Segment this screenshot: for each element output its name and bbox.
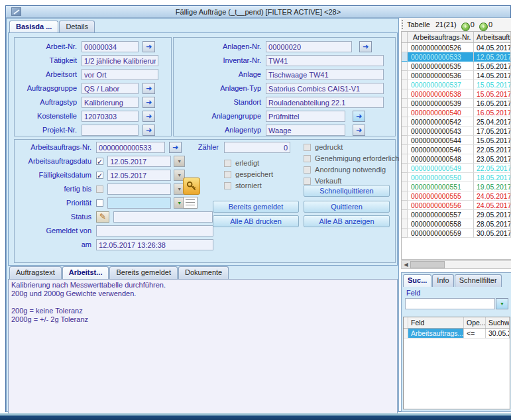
filter-col-feld[interactable]: Feld [408,317,464,328]
arbeitsort-field[interactable] [82,69,158,80]
arbeit-nr-lookup-button[interactable]: ➜ [142,41,155,52]
prioritaet-checkbox[interactable] [96,199,103,207]
auftragsgruppe-field[interactable] [82,83,139,94]
gemeldet-von-field[interactable] [96,225,213,236]
order-row[interactable]: 000000000054317.05.2017 [402,127,511,136]
status-field[interactable] [113,211,213,223]
order-row[interactable]: 000000000055624.05.2017 [402,201,511,210]
auftragstyp-lookup-button[interactable]: ➜ [142,97,155,108]
order-row[interactable]: 000000000054823.05.2017 [402,154,511,164]
anlagentyp-field[interactable] [266,125,345,136]
am-field[interactable] [96,239,213,250]
filter-col-operator[interactable]: Ope... [464,317,486,328]
order-row[interactable]: 000000000055119.05.2017 [402,182,511,191]
verkauft-checkbox[interactable] [304,178,311,185]
fertig-bis-checkbox[interactable] [96,185,103,193]
tab-dokumente[interactable]: Dokumente [178,266,229,279]
row-selector[interactable] [402,219,408,229]
order-row[interactable]: 000000000052604.05.2017 [402,43,511,52]
kostenstelle-field[interactable] [82,111,139,122]
anlagen-nr-lookup-button[interactable]: ➜ [359,41,372,52]
window-titlebar[interactable]: Fällige Aufträge (_t__pend) [FILTER ACTI… [6,6,510,18]
tab-basisdaten[interactable]: Basisda ... [9,21,58,33]
filter-add-icon[interactable]: + [461,23,470,31]
order-row[interactable]: 000000000055524.05.2017 [402,191,511,201]
order-row[interactable]: 000000000053614.05.2017 [402,71,511,80]
zaehler-field[interactable] [224,142,290,153]
key-icon[interactable] [183,178,200,195]
arbeitsauftrags-nr-field[interactable] [96,142,165,153]
standort-field[interactable] [266,97,384,108]
alle-ab-drucken-button[interactable]: Alle AB drucken [213,215,299,227]
row-selector[interactable] [402,71,408,80]
anlagengruppe-field[interactable] [266,111,345,122]
order-row[interactable]: 000000000053515.05.2017 [402,62,511,71]
arbeitstext-content[interactable]: Kalibrierung nach Messwerttabelle durchf… [8,279,398,420]
anlagen-typ-field[interactable] [266,83,384,94]
fertig-bis-field[interactable] [107,184,171,195]
tab-auftragstext[interactable]: Auftragstext [9,266,62,279]
order-row[interactable]: 000000000054225.04.2017 [402,117,511,127]
anlagen-nr-field[interactable] [266,41,352,52]
toolbar-grip[interactable] [402,20,404,29]
order-row[interactable]: 000000000055828.05.2017 [402,219,511,229]
filter-row[interactable]: Arbeitsauftrags... <= 30.05.2017 [404,329,510,339]
row-selector[interactable] [402,108,408,117]
order-row[interactable]: 000000000055729.05.2017 [402,210,511,219]
anlagengruppe-lookup-button[interactable]: ➜ [353,111,365,122]
anlagentyp-lookup-button[interactable]: ➜ [353,125,365,136]
order-row[interactable]: 000000000053715.05.2017 [402,80,511,89]
tab-details[interactable]: Details [59,21,95,33]
row-selector[interactable] [402,89,408,99]
row-selector[interactable] [402,173,408,182]
order-row[interactable]: 000000000055930.05.2017 [402,229,511,238]
row-selector[interactable] [402,164,408,173]
notes-icon[interactable] [183,197,198,209]
row-selector[interactable] [402,154,408,164]
table-hscrollbar[interactable]: ◀ [401,260,511,269]
arbeit-nr-field[interactable] [82,41,139,52]
prioritaet-field[interactable] [107,197,171,209]
row-selector[interactable] [402,182,408,191]
row-selector[interactable] [402,43,408,52]
row-selector[interactable] [402,191,408,201]
projekt-nr-field[interactable] [82,125,139,136]
arbeitsauftrags-nr-lookup-button[interactable]: ➜ [169,142,182,153]
tab-arbeitstext[interactable]: Arbeitst... [62,266,109,279]
order-row[interactable]: 000000000054922.05.2017 [402,164,511,173]
filter-col-suchwert[interactable]: Suchw [486,317,510,328]
kostenstelle-lookup-button[interactable]: ➜ [142,111,155,122]
arbeitsauftragsdatum-checkbox[interactable] [96,158,103,165]
taetigkeit-field[interactable] [82,55,158,66]
order-row[interactable]: 000000000055018.05.2017 [402,173,511,182]
tab-info[interactable]: Info [432,274,453,287]
quittieren-button[interactable]: Quittieren [304,201,390,213]
inventar-nr-field[interactable] [266,55,384,66]
arbeitsauftragsdatum-field[interactable] [107,156,171,167]
scroll-left-icon[interactable]: ◀ [402,261,411,268]
row-selector[interactable] [402,80,408,89]
feld-search-input[interactable] [405,298,495,309]
row-selector[interactable] [402,99,408,108]
row-selector[interactable] [402,201,408,210]
storniert-checkbox[interactable] [224,182,231,189]
order-row[interactable]: 000000000054415.05.2017 [402,136,511,145]
tab-schnellfilter[interactable]: Schnellfilter [455,274,502,287]
faelligkeitsdatum-checkbox[interactable] [96,172,103,179]
row-selector[interactable] [402,117,408,127]
erledigt-checkbox[interactable] [224,160,231,167]
alle-ab-anzeigen-button[interactable]: Alle AB anzeigen [304,215,390,227]
col-arbeitsauftragsdatum[interactable]: Arbeitsauftr. [474,32,511,42]
status-edit-button[interactable]: ✎ [96,211,109,223]
arbeitsauftragsdatum-dropdown[interactable]: ▼ [174,156,185,167]
auftragsgruppe-lookup-button[interactable]: ➜ [142,83,155,94]
order-row[interactable]: 000000000053815.05.2017 [402,89,511,99]
filter-add2-icon[interactable]: + [479,23,488,31]
row-selector[interactable] [402,229,408,238]
projekt-nr-lookup-button[interactable]: ➜ [142,125,155,136]
gedruckt-checkbox[interactable] [304,144,311,151]
row-selector[interactable] [402,62,408,71]
genehmigung-checkbox[interactable] [304,155,311,162]
row-selector[interactable] [402,145,408,154]
schnellquittieren-button[interactable]: Schnellquittieren [304,185,390,197]
